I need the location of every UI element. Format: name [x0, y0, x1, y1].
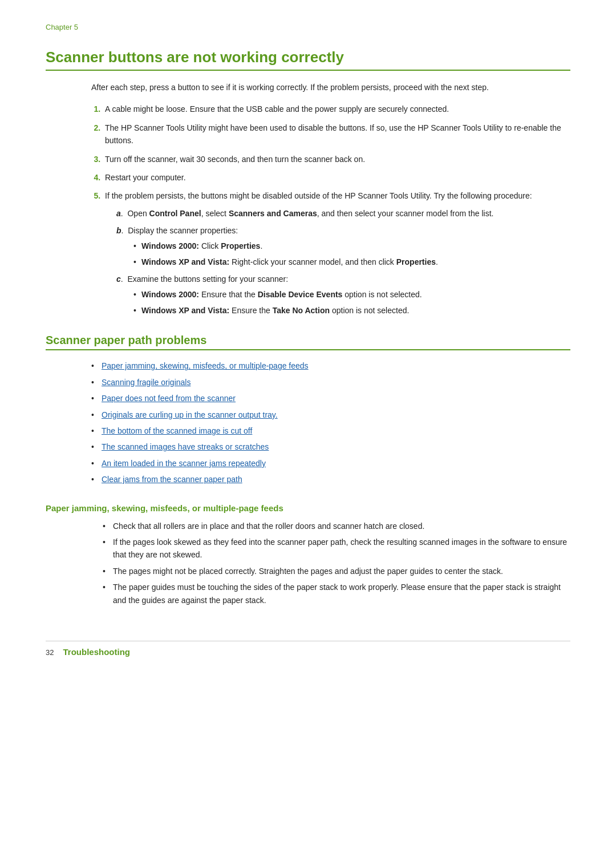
list-item: Paper does not feed from the scanner — [91, 392, 570, 405]
step5c: c. Examine the buttons setting for your … — [116, 273, 570, 317]
link-clear-jams[interactable]: Clear jams from the scanner paper path — [102, 475, 242, 484]
list-item: The bottom of the scanned image is cut o… — [91, 425, 570, 437]
step5c-label: c — [116, 274, 121, 284]
list-item: Scanning fragile originals — [91, 376, 570, 389]
list-item: Paper jamming, skewing, misfeeds, or mul… — [91, 359, 570, 372]
section1-title: Scanner buttons are not working correctl… — [46, 48, 570, 71]
step-5: If the problem persists, the buttons mig… — [103, 189, 570, 317]
footer-label: Troubleshooting — [63, 647, 130, 657]
section2-links-list: Paper jamming, skewing, misfeeds, or mul… — [91, 359, 570, 486]
step5b-bullets: Windows 2000: Click Properties. Windows … — [133, 240, 570, 269]
step5b: b. Display the scanner properties: Windo… — [116, 224, 570, 268]
section2-title: Scanner paper path problems — [46, 334, 570, 350]
link-bottom-cut-off[interactable]: The bottom of the scanned image is cut o… — [102, 426, 252, 435]
step5c-bullets: Windows 2000: Ensure that the Disable De… — [133, 288, 570, 317]
footer-page-number: 32 — [46, 648, 54, 657]
step5a: a. Open Control Panel, select Scanners a… — [116, 207, 570, 220]
section2-sub1-title: Paper jamming, skewing, misfeeds, or mul… — [46, 503, 570, 513]
link-jams-repeatedly[interactable]: An item loaded in the scanner jams repea… — [102, 459, 266, 468]
chapter-label: Chapter 5 — [46, 23, 570, 31]
step-1: A cable might be loose. Ensure that the … — [103, 103, 570, 115]
list-item: Check that all rollers are in place and … — [103, 520, 570, 532]
section2-sub1-bullets: Check that all rollers are in place and … — [103, 520, 570, 607]
section1-intro: After each step, press a button to see i… — [91, 81, 570, 94]
link-paper-jamming[interactable]: Paper jamming, skewing, misfeeds, or mul… — [102, 361, 309, 370]
link-streaks-scratches[interactable]: The scanned images have streaks or scrat… — [102, 442, 269, 451]
list-item: Clear jams from the scanner paper path — [91, 473, 570, 486]
link-scanning-fragile[interactable]: Scanning fragile originals — [102, 378, 191, 387]
step5b-bullet2: Windows XP and Vista: Right-click your s… — [133, 256, 570, 268]
step5a-label: a — [116, 209, 121, 218]
list-item: The pages might not be placed correctly.… — [103, 565, 570, 577]
step-4: Restart your computer. — [103, 171, 570, 184]
section1-steps-list: A cable might be loose. Ensure that the … — [91, 103, 570, 317]
list-item: The scanned images have streaks or scrat… — [91, 440, 570, 453]
link-originals-curling[interactable]: Originals are curling up in the scanner … — [102, 410, 278, 419]
step5b-label: b — [116, 226, 121, 235]
step5c-bullet2: Windows XP and Vista: Ensure the Take No… — [133, 304, 570, 317]
footer: 32 Troubleshooting — [46, 641, 570, 657]
step5b-bullet1: Windows 2000: Click Properties. — [133, 240, 570, 252]
step-2: The HP Scanner Tools Utility might have … — [103, 122, 570, 147]
list-item: The paper guides must be touching the si… — [103, 581, 570, 607]
list-item: An item loaded in the scanner jams repea… — [91, 457, 570, 470]
step-3: Turn off the scanner, wait 30 seconds, a… — [103, 153, 570, 165]
link-paper-not-feed[interactable]: Paper does not feed from the scanner — [102, 394, 236, 403]
step5c-bullet1: Windows 2000: Ensure that the Disable De… — [133, 288, 570, 301]
list-item: If the pages look skewed as they feed in… — [103, 536, 570, 561]
step5-text: If the problem persists, the buttons mig… — [105, 191, 532, 200]
list-item: Originals are curling up in the scanner … — [91, 409, 570, 421]
